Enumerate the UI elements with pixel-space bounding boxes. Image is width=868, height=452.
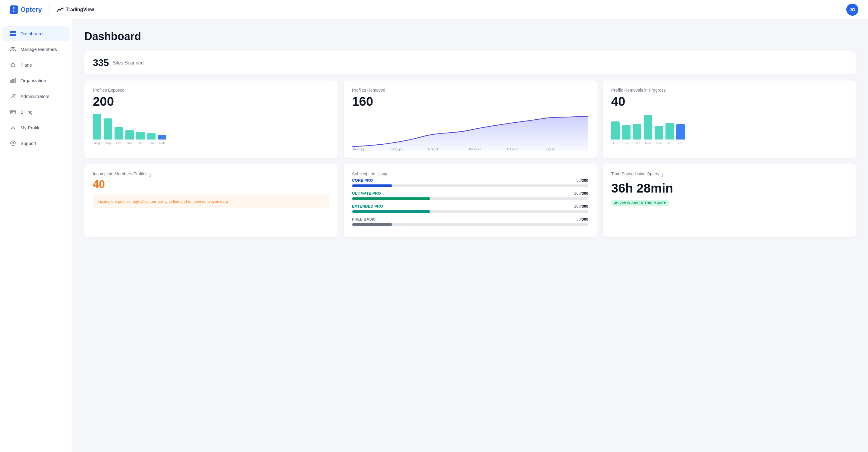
subscription-items: CORE PRO 50/300 ULTIMATE PRO 100/300 EXT… — [352, 178, 588, 226]
sidebar: Dashboard Manage Members Plans — [0, 19, 72, 452]
incomplete-profiles-info-icon[interactable]: ℹ — [149, 172, 151, 178]
top-cards: Profiles Exposed 200 AugSepOctNovDecJanF… — [84, 80, 856, 158]
sub-name: FREE BASIC — [352, 217, 376, 222]
tradingview-icon — [57, 7, 64, 13]
incomplete-profiles-label: Incomplete Members Profiles — [93, 171, 147, 176]
incomplete-profiles-warning: Incomplete profiles may affect our abili… — [93, 195, 329, 208]
my-profile-icon — [10, 124, 16, 131]
sidebar-label-organization: Organization — [21, 78, 46, 83]
profiles-removed-chart: Aug Sep Oct Nov Dec Jan — [352, 115, 588, 151]
sub-progress-bar — [352, 197, 588, 200]
sub-count: 100/300 — [574, 204, 588, 208]
page-title: Dashboard — [84, 30, 856, 43]
svg-point-12 — [14, 94, 16, 95]
bar-item: Jan — [147, 133, 156, 145]
svg-rect-8 — [10, 80, 12, 83]
header: Optery TradingView JG — [0, 0, 868, 19]
svg-rect-13 — [10, 110, 16, 114]
bar-item: Sep — [104, 119, 112, 145]
sub-name: ULTIMATE PRO — [352, 191, 381, 196]
sub-count: 50/300 — [576, 217, 588, 222]
sidebar-item-support[interactable]: Support — [2, 136, 70, 151]
bar-item: Jan — [665, 123, 674, 145]
sub-name: EXTENDED PRO — [352, 204, 383, 208]
manage-members-icon — [10, 46, 16, 53]
profiles-exposed-card: Profiles Exposed 200 AugSepOctNovDecJanF… — [84, 80, 338, 158]
subscription-item: ULTIMATE PRO 100/300 — [352, 191, 588, 200]
svg-rect-4 — [10, 34, 13, 36]
sub-progress-fill — [352, 197, 430, 200]
support-icon — [10, 140, 16, 147]
sidebar-label-manage-members: Manage Members — [21, 47, 57, 52]
sidebar-label-administrators: Administrators — [21, 94, 50, 99]
svg-rect-2 — [10, 31, 13, 33]
subscription-item: FREE BASIC 50/300 — [352, 217, 588, 226]
profile-removals-value: 40 — [611, 94, 847, 109]
sidebar-label-plans: Plans — [21, 62, 32, 67]
profiles-exposed-label: Profiles Exposed — [93, 88, 329, 93]
sidebar-item-billing[interactable]: Billing — [2, 104, 70, 119]
profiles-exposed-value: 200 — [93, 94, 329, 109]
time-saved-badge: 3H 20MIN SAVED THIS MONTH — [611, 200, 670, 206]
bar-item: Sep — [622, 125, 630, 145]
sidebar-item-administrators[interactable]: Administrators — [2, 89, 70, 104]
administrators-icon — [10, 93, 16, 99]
sidebar-item-dashboard[interactable]: Dashboard — [2, 26, 70, 41]
svg-point-11 — [12, 94, 14, 96]
sidebar-label-support: Support — [21, 141, 36, 146]
svg-text:Sep: Sep — [390, 147, 402, 151]
bar-item: Nov — [644, 115, 652, 145]
svg-point-7 — [13, 47, 15, 49]
user-avatar[interactable]: JG — [846, 4, 858, 16]
sidebar-label-my-profile: My Profile — [21, 125, 41, 130]
svg-rect-3 — [13, 31, 16, 33]
dashboard-icon — [10, 30, 16, 37]
bar-item: Aug — [611, 122, 620, 145]
sub-count: 100/300 — [574, 191, 588, 196]
subscription-item: EXTENDED PRO 100/300 — [352, 204, 588, 213]
sidebar-item-manage-members[interactable]: Manage Members — [2, 41, 70, 57]
sites-label: Sites Scanned — [113, 60, 144, 66]
profiles-removed-card: Profiles Removed 160 Aug — [344, 80, 597, 158]
profiles-exposed-chart: AugSepOctNovDecJanFeb — [93, 115, 329, 145]
main-content: Dashboard 335 Sites Scanned Profiles Exp… — [72, 19, 868, 452]
profiles-removed-value: 160 — [352, 94, 588, 109]
sites-count: 335 — [93, 57, 109, 68]
incomplete-profiles-header: Incomplete Members Profiles ℹ — [93, 171, 329, 178]
subscription-usage-label: Subscription Usage — [352, 171, 588, 176]
bar-item: Dec — [136, 132, 145, 145]
brand-logo[interactable]: Optery — [10, 5, 42, 14]
sidebar-item-my-profile[interactable]: My Profile — [2, 120, 70, 135]
bar-item: Feb — [676, 124, 685, 145]
incomplete-profiles-card: Incomplete Members Profiles ℹ 40 Incompl… — [84, 164, 338, 237]
sub-progress-bar — [352, 223, 588, 226]
sidebar-item-plans[interactable]: Plans — [2, 57, 70, 72]
time-saved-card: Time Saved Using Optery ℹ 36h 28min 3H 2… — [603, 164, 856, 237]
svg-point-16 — [12, 142, 14, 144]
bar-item: Feb — [158, 135, 166, 145]
subscription-item: CORE PRO 50/300 — [352, 178, 588, 187]
svg-text:Aug: Aug — [352, 147, 365, 151]
svg-text:Dec: Dec — [506, 147, 519, 151]
sub-progress-bar — [352, 210, 588, 213]
profile-removals-label: Profile Removals in Progress — [611, 88, 847, 93]
svg-point-1 — [13, 11, 14, 12]
profiles-removed-label: Profiles Removed — [352, 88, 588, 93]
svg-text:Nov: Nov — [469, 147, 482, 151]
svg-rect-5 — [13, 34, 16, 36]
sidebar-item-organization[interactable]: Organization — [2, 73, 70, 88]
svg-rect-9 — [12, 79, 13, 83]
time-saved-info-icon[interactable]: ℹ — [661, 172, 663, 178]
sidebar-label-billing: Billing — [21, 109, 33, 115]
time-saved-header: Time Saved Using Optery ℹ — [611, 171, 847, 178]
organization-icon — [10, 77, 16, 84]
bar-item: Nov — [125, 130, 134, 145]
sub-progress-fill — [352, 210, 430, 213]
subscription-usage-card: Subscription Usage CORE PRO 50/300 ULTIM… — [344, 164, 597, 237]
bar-item: Oct — [633, 124, 641, 145]
optery-logo-icon — [10, 5, 18, 14]
svg-point-6 — [11, 47, 13, 49]
incomplete-profiles-value: 40 — [93, 178, 329, 191]
svg-text:Jan: Jan — [544, 147, 556, 151]
partner-logo: TradingView — [57, 7, 94, 13]
